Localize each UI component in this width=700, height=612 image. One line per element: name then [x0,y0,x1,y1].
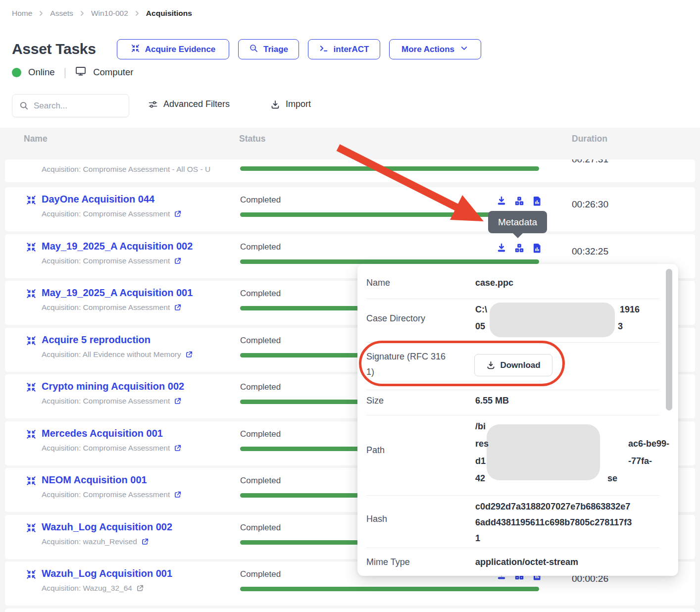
asset-tasks-page: Home Assets Win10-002 Acquisitions Asset… [0,0,700,612]
report-icon[interactable] [532,243,543,254]
meta-case-directory-label: Case Directory [366,313,425,324]
interact-label: interACT [334,45,369,54]
progress-bar [240,587,539,591]
divider [366,390,659,390]
task-policy-label: Acquisition: wazuh_Revised [42,537,137,546]
column-header-duration: Duration [572,134,607,144]
divider [366,495,659,496]
task-status: Completed [240,523,281,533]
meta-mime-type-value: application/octet-stream [475,557,578,567]
task-policy-label: Acquisition: Wazug_32_64 [42,584,132,593]
external-link-icon[interactable] [136,584,144,592]
triage-label: Triage [263,45,288,54]
search-box [12,94,129,117]
redaction-blob [487,424,600,480]
column-header-name: Name [24,134,48,144]
task-policy-label: Acquisition: Compromise Assessment [42,490,170,499]
task-duration: 00:26:30 [572,199,608,210]
task-name-link[interactable]: May_19_2025_A Acquisition 002 [42,241,193,252]
task-duration: 00:27:31 [572,159,608,165]
external-link-icon[interactable] [141,538,149,546]
metadata-tooltip-label: Metadata [498,217,537,228]
task-policy-label: Acquisition: Compromise Assessment [42,303,170,312]
task-subtitle: Acquisition: Compromise Assessment [42,490,182,499]
breadcrumb-home[interactable]: Home [12,9,32,18]
meta-size-value: 6.55 MB [475,396,509,406]
task-status: Completed [240,336,281,346]
meta-name-value: case.ppc [475,278,513,288]
import-button[interactable]: Import [270,99,311,109]
triage-button[interactable]: Triage [238,39,299,59]
task-status: Completed [240,476,281,486]
import-download-icon [270,100,280,109]
search-input[interactable] [34,101,122,111]
partial-next-row [5,609,695,612]
meta-path-line1-start: /bi [475,421,486,432]
external-link-icon[interactable] [174,257,182,265]
divider [366,342,659,343]
task-name-link[interactable]: Wazuh_Log Acquisition 002 [42,521,172,533]
acquire-evidence-label: Acquire Evidence [145,45,216,54]
breadcrumb-assets[interactable]: Assets [50,9,73,18]
download-evidence-icon[interactable] [496,196,507,206]
metadata-boxes-icon[interactable] [514,243,525,254]
breadcrumb-current: Acquisitions [146,9,192,18]
meta-path-line4-end: se [607,473,617,484]
meta-size-label: Size [366,396,384,406]
meta-path-line3-end: -77fa- [628,456,652,466]
acquire-icon [131,44,140,55]
acquisition-task-icon [26,569,37,580]
task-status: Completed [240,382,281,392]
task-policy-label: Acquisition: Compromise Assessment [42,209,170,218]
more-actions-button[interactable]: More Actions [389,39,481,59]
task-name-link[interactable]: May_19_2025_A Acquisition 001 [42,287,193,299]
task-policy-label: Acquisition: Compromise Assessment [42,256,170,265]
terminal-icon [319,44,329,55]
interact-button[interactable]: interACT [308,39,380,59]
external-link-icon[interactable] [185,351,193,358]
task-name-link[interactable]: NEOM Acquisition 001 [42,474,147,486]
metadata-boxes-icon[interactable] [514,196,525,206]
meta-path-line2-start: res [475,439,489,449]
task-subtitle: Acquisition: Compromise Assessment [42,303,182,312]
page-title: Asset Tasks [12,41,96,57]
meta-path-label: Path [366,445,385,456]
task-name-link[interactable]: Acquire 5 reproduction [42,334,150,346]
breadcrumb-asset[interactable]: Win10-002 [91,9,128,18]
report-icon[interactable] [532,196,543,206]
meta-hash-value: c0d292d7a3188207027e7b6863832e76add43811… [475,499,635,546]
external-link-icon[interactable] [174,210,182,218]
task-subtitle: Acquisition: Compromise Assessment [42,256,182,265]
column-header-status: Status [239,134,265,144]
asset-type-label: Computer [93,67,133,78]
popup-scrollbar[interactable] [666,269,672,410]
advanced-filters-label: Advanced Filters [163,99,230,109]
advanced-filters-button[interactable]: Advanced Filters [148,99,230,109]
task-name-link[interactable]: Wazuh_Log Acquisition 001 [42,568,172,579]
meta-mime-type-label: Mime Type [366,557,410,567]
table-row[interactable]: Acquisition: Compromise Assessment - All… [5,159,695,182]
meta-path-line2-end: ac6-be99- [628,439,669,449]
acquisition-task-icon [26,335,37,346]
acquisition-task-icon [26,429,37,440]
download-evidence-icon[interactable] [496,243,507,254]
acquisition-task-icon [26,288,37,299]
external-link-icon[interactable] [174,491,182,499]
task-name-link[interactable]: Crypto mining Acquisition 002 [42,381,184,392]
task-name-link[interactable]: DayOne Acquisition 044 [42,194,154,205]
table-row[interactable]: DayOne Acquisition 044 Acquisition: Comp… [5,187,695,231]
acquire-evidence-button[interactable]: Acquire Evidence [117,39,229,59]
online-status-label: Online [28,67,54,78]
task-actions [496,243,543,254]
redaction-blob [490,303,615,337]
external-link-icon[interactable] [174,444,182,452]
acquisition-task-icon [26,475,37,486]
task-policy-label: Acquisition: Compromise Assessment [42,444,170,453]
external-link-icon[interactable] [174,304,182,311]
divider [366,299,659,299]
task-policy-label: Acquisition: All Evidence without Memory [42,350,181,359]
external-link-icon[interactable] [174,397,182,405]
task-name-link[interactable]: Mercedes Acquisition 001 [42,428,163,439]
signature-download-button[interactable]: Download [474,354,552,376]
meta-case-directory-value-line2-end: 3 [618,321,623,332]
